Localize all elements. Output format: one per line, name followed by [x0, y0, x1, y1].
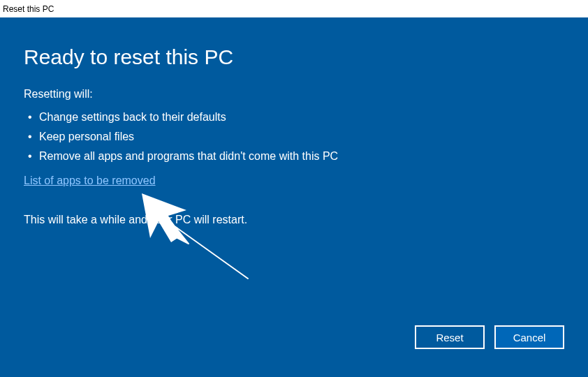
- cancel-button[interactable]: Cancel: [494, 325, 564, 349]
- button-row: Reset Cancel: [415, 325, 564, 349]
- reset-button[interactable]: Reset: [415, 325, 485, 349]
- annotation-arrow-icon: [136, 188, 262, 286]
- list-item: Change settings back to their defaults: [27, 108, 564, 127]
- dialog-body: Ready to reset this PC Resetting will: C…: [0, 17, 588, 377]
- list-item: Keep personal files: [27, 127, 564, 147]
- window-title: Reset this PC: [3, 4, 54, 14]
- title-bar: Reset this PC: [0, 0, 588, 17]
- restart-info-text: This will take a while and your PC will …: [24, 214, 564, 226]
- list-item: Remove all apps and programs that didn't…: [27, 147, 564, 166]
- page-heading: Ready to reset this PC: [24, 45, 564, 68]
- link-row: List of apps to be removed: [24, 175, 564, 187]
- apps-to-remove-link[interactable]: List of apps to be removed: [24, 175, 156, 187]
- resetting-will-label: Resetting will:: [24, 88, 564, 101]
- reset-actions-list: Change settings back to their defaults K…: [27, 108, 564, 166]
